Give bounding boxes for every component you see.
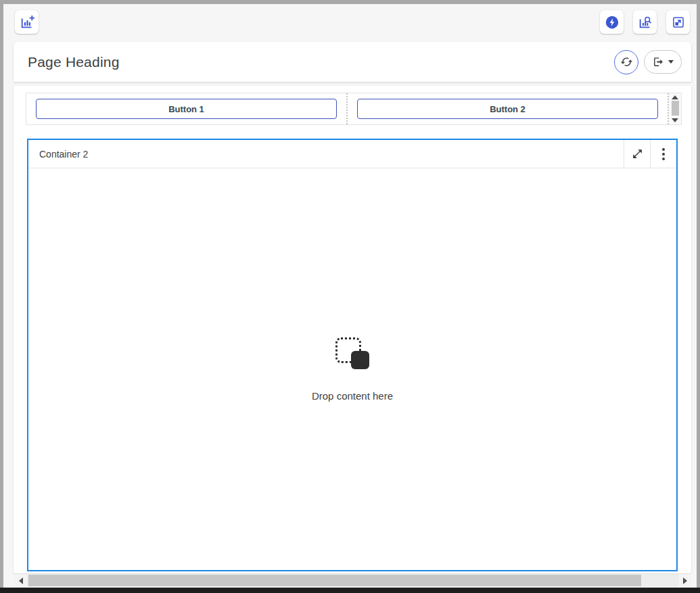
container-menu-button[interactable] — [650, 140, 676, 168]
expand-icon — [672, 16, 685, 29]
container-header-icons — [624, 140, 676, 168]
button-row: Button 1 Button 2 — [26, 93, 682, 125]
horizontal-scrollbar-thumb[interactable] — [28, 575, 641, 586]
export-icon — [653, 56, 664, 68]
window-frame-right — [697, 4, 700, 588]
flash-circle-icon — [605, 15, 620, 30]
toolbar-right — [600, 10, 690, 34]
drop-zone[interactable]: Drop content here — [28, 168, 676, 570]
button-1[interactable]: Button 1 — [36, 99, 337, 119]
page-canvas: Button 1 Button 2 Container 2 — [14, 86, 691, 573]
container-resize-button[interactable] — [624, 140, 650, 168]
add-chart-icon — [20, 15, 34, 30]
resize-diagonal-icon — [632, 148, 643, 160]
container-2: Container 2 — [27, 139, 678, 571]
window-frame-top — [0, 0, 700, 4]
drop-content-icon — [335, 337, 369, 370]
chart-search-icon — [638, 15, 653, 30]
scroll-up-arrow[interactable] — [672, 95, 678, 99]
page-title: Page Heading — [28, 54, 120, 70]
vertical-scrollbar[interactable] — [668, 93, 681, 124]
vertical-scrollbar-thumb[interactable] — [672, 101, 679, 116]
caret-down-icon — [668, 60, 674, 64]
button-cell-2: Button 2 — [348, 93, 668, 124]
add-chart-button[interactable] — [15, 10, 39, 34]
refresh-icon — [620, 55, 633, 68]
container-title: Container 2 — [28, 149, 88, 160]
page-header: Page Heading — [14, 42, 691, 82]
scroll-left-arrow[interactable] — [19, 577, 23, 584]
expand-button[interactable] — [666, 10, 690, 34]
chart-search-button[interactable] — [633, 10, 657, 34]
window-frame-bottom — [0, 588, 700, 593]
refresh-button[interactable] — [614, 50, 638, 74]
export-button[interactable] — [644, 50, 682, 74]
button-2[interactable]: Button 2 — [357, 99, 658, 119]
kebab-menu-icon — [662, 148, 665, 160]
toolbar-left — [15, 10, 39, 34]
scroll-right-arrow[interactable] — [683, 577, 687, 584]
horizontal-scrollbar-track[interactable] — [27, 574, 679, 587]
page-header-controls — [614, 50, 682, 74]
drop-zone-label: Drop content here — [312, 390, 393, 402]
horizontal-scrollbar[interactable] — [15, 574, 691, 587]
container-header: Container 2 — [28, 140, 676, 168]
scroll-down-arrow[interactable] — [672, 118, 678, 122]
window-frame-left — [0, 4, 3, 588]
button-cell-1: Button 1 — [26, 93, 346, 124]
flash-button[interactable] — [600, 10, 624, 34]
